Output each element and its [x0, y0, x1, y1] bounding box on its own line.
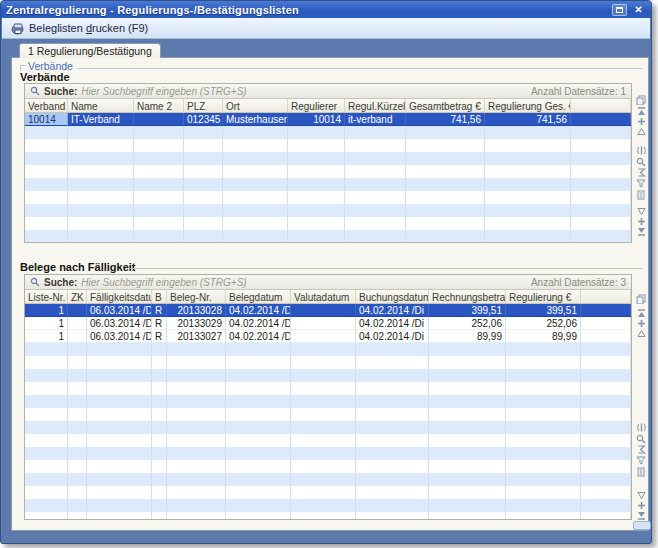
magnifier-icon[interactable]: [634, 156, 648, 167]
cell[interactable]: 04.02.2014 /Di: [356, 304, 429, 317]
cell[interactable]: 89,99: [506, 330, 581, 343]
cell[interactable]: 10014: [25, 113, 68, 126]
grid-corner-box[interactable]: [633, 521, 651, 530]
column-header-verband[interactable]: Verband: [25, 99, 68, 112]
restore-window-button[interactable]: [612, 4, 627, 16]
cell[interactable]: 04.02.2014 /Di: [226, 317, 291, 330]
cell: [406, 230, 485, 242]
column-header-regulierung-[interactable]: Regulierung €: [506, 290, 581, 303]
table-row[interactable]: 106.03.2014 /DoR2013302904.02.2014 /Di04…: [25, 317, 631, 330]
cell[interactable]: 1: [25, 330, 68, 343]
cell[interactable]: 252,06: [429, 317, 506, 330]
scroll-bottom-icon[interactable]: [634, 226, 648, 237]
cell[interactable]: [571, 113, 631, 126]
verbaende-search-input[interactable]: Hier Suchbegriff eingeben (STRG+S): [81, 86, 527, 97]
sum-icon[interactable]: [634, 444, 648, 455]
column-header-b[interactable]: B: [152, 290, 167, 303]
cell[interactable]: R: [152, 330, 167, 343]
tab-regulierung-bestaetigung[interactable]: 1 Regulierung/Bestätigung: [19, 43, 161, 58]
column-header-regul-k-rzel[interactable]: Regul.Kürzel: [345, 99, 406, 112]
cell[interactable]: 1: [25, 317, 68, 330]
column-header-buchungsdatum[interactable]: Buchungsdatum: [356, 290, 429, 303]
column-header-f-lligkeitsdatum[interactable]: Fälligkeitsdatum: [87, 290, 152, 303]
cell[interactable]: [68, 304, 87, 317]
cell[interactable]: 252,06: [506, 317, 581, 330]
sum-icon[interactable]: [634, 167, 648, 178]
cell[interactable]: it-verband: [345, 113, 406, 126]
cell[interactable]: 20133029: [167, 317, 226, 330]
column-header-zk[interactable]: ZK: [68, 290, 87, 303]
cell[interactable]: [581, 330, 631, 343]
cell[interactable]: [68, 317, 87, 330]
cell[interactable]: 04.02.2014 /Di: [226, 304, 291, 317]
copy-icon[interactable]: [634, 293, 648, 304]
cell: [571, 217, 631, 230]
column-header-valutadatum[interactable]: Valutadatum: [291, 290, 356, 303]
column-header-regulierung-ges-[interactable]: Regulierung Ges. €: [485, 99, 571, 112]
cell[interactable]: 20133027: [167, 330, 226, 343]
cell[interactable]: [134, 113, 184, 126]
table-row[interactable]: 106.03.2014 /DoR2013302804.02.2014 /Di04…: [25, 304, 631, 317]
column-header-name-2[interactable]: Name 2: [134, 99, 184, 112]
cell[interactable]: 20133028: [167, 304, 226, 317]
cell: [223, 139, 288, 152]
row-up-icon[interactable]: [634, 126, 648, 137]
cell[interactable]: 1: [25, 304, 68, 317]
filter-icon[interactable]: [634, 455, 648, 466]
cell[interactable]: 04.02.2014 /Di: [356, 330, 429, 343]
cell[interactable]: [291, 330, 356, 343]
title-bar[interactable]: Zentralregulierung - Regulierungs-/Bestä…: [1, 1, 651, 18]
column-header-rechnungsbetrag-[interactable]: Rechnungsbetrag €: [429, 290, 506, 303]
filter-icon[interactable]: [634, 178, 648, 189]
cell[interactable]: 89,99: [429, 330, 506, 343]
cell[interactable]: 741,56: [406, 113, 485, 126]
cell[interactable]: [581, 304, 631, 317]
row-up-icon[interactable]: [634, 328, 648, 339]
close-window-button[interactable]: ✕: [631, 4, 646, 16]
cell[interactable]: 04.02.2014 /Di: [356, 317, 429, 330]
column-header-ort[interactable]: Ort: [223, 99, 288, 112]
cell[interactable]: 012345: [184, 113, 223, 126]
column-fit-icon[interactable]: [634, 145, 648, 156]
cell[interactable]: IT-Verband: [68, 113, 134, 126]
cell: [571, 178, 631, 191]
cell[interactable]: 06.03.2014 /Do: [87, 304, 152, 317]
cell[interactable]: 06.03.2014 /Do: [87, 330, 152, 343]
belege-search-bar[interactable]: Suche: Hier Suchbegriff eingeben (STRG+S…: [25, 275, 631, 290]
cell: [288, 217, 345, 230]
cell[interactable]: 741,56: [485, 113, 571, 126]
column-header-beleg-nr-[interactable]: Beleg-Nr.: [167, 290, 226, 303]
table-row[interactable]: 106.03.2014 /DoR2013302704.02.2014 /Di04…: [25, 330, 631, 343]
cell[interactable]: [291, 317, 356, 330]
column-header-name[interactable]: Name: [68, 99, 134, 112]
cell[interactable]: [68, 330, 87, 343]
cell[interactable]: 399,51: [429, 304, 506, 317]
cell[interactable]: 399,51: [506, 304, 581, 317]
belege-search-input[interactable]: Hier Suchbegriff eingeben (STRG+S): [81, 277, 527, 288]
search-label: Suche:: [44, 277, 77, 288]
cell[interactable]: 10014: [288, 113, 345, 126]
column-header-plz[interactable]: PLZ: [184, 99, 223, 112]
cell: [25, 126, 68, 139]
export-icon[interactable]: [634, 466, 648, 477]
column-header-gesamtbetrag-[interactable]: Gesamtbetrag €: [406, 99, 485, 112]
copy-icon[interactable]: [634, 94, 648, 105]
print-beleglisten-button[interactable]: Beleglisten drucken (F9): [6, 20, 153, 37]
cell[interactable]: R: [152, 304, 167, 317]
cell[interactable]: 04.02.2014 /Di: [226, 330, 291, 343]
column-header-regulierer[interactable]: Regulierer: [288, 99, 345, 112]
column-fit-icon[interactable]: [634, 422, 648, 433]
cell[interactable]: [581, 317, 631, 330]
column-header-liste-nr-[interactable]: Liste-Nr.▼: [25, 290, 68, 303]
cell[interactable]: 06.03.2014 /Do: [87, 317, 152, 330]
cell[interactable]: Musterhausen: [223, 113, 288, 126]
verbaende-search-bar[interactable]: Suche: Hier Suchbegriff eingeben (STRG+S…: [25, 84, 631, 99]
cell[interactable]: [291, 304, 356, 317]
table-row[interactable]: 10014IT-Verband012345Musterhausen10014it…: [25, 113, 631, 126]
cell[interactable]: R: [152, 317, 167, 330]
scroll-bottom-icon[interactable]: [634, 510, 648, 521]
cell: [571, 139, 631, 152]
magnifier-icon[interactable]: [634, 433, 648, 444]
column-header-belegdatum[interactable]: Belegdatum: [226, 290, 291, 303]
export-icon[interactable]: [634, 189, 648, 200]
